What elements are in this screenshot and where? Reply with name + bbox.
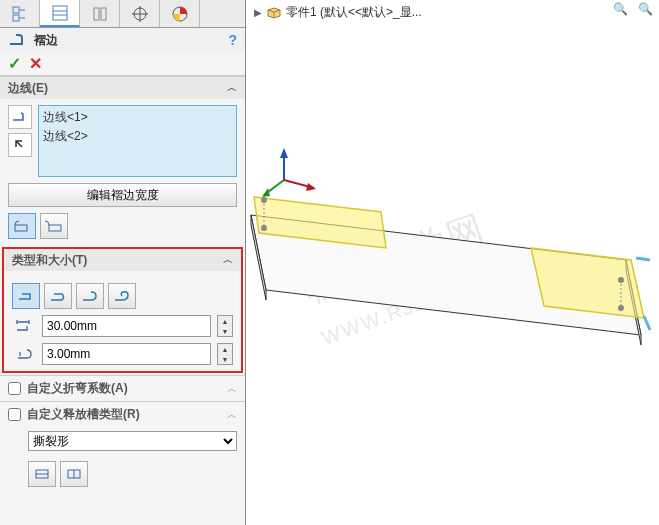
chevron-up-icon: ︿ — [227, 408, 237, 422]
ok-button[interactable]: ✓ — [8, 54, 21, 73]
config-icon — [91, 5, 109, 23]
svg-rect-13 — [15, 225, 27, 231]
property-manager-panel: 褶边 ? ✓ ✕ 边线(E) ︿ 边线<1> 边线<2> 编辑褶边宽度 — [0, 0, 246, 525]
section-bend-allowance: 自定义折弯系数(A) ︿ — [0, 375, 245, 401]
tab-dimxpert[interactable] — [120, 0, 160, 27]
edit-hem-width-button[interactable]: 编辑褶边宽度 — [8, 183, 237, 207]
edge-select-icon[interactable] — [8, 105, 32, 129]
svg-rect-0 — [13, 7, 19, 13]
svg-line-37 — [644, 316, 650, 330]
material-inside-button[interactable] — [8, 213, 36, 239]
svg-point-35 — [618, 305, 624, 311]
bend-allowance-checkbox[interactable] — [8, 382, 21, 395]
relief-type-select[interactable]: 撕裂形 — [28, 431, 237, 451]
section-type-size: 类型和大小(T) ︿ ▲ ▼ ▲ — [2, 247, 243, 373]
length-spinner: ▲ ▼ — [217, 315, 233, 337]
spin-up[interactable]: ▲ — [218, 316, 232, 326]
section-edges-title: 边线(E) — [8, 80, 48, 97]
edge-item[interactable]: 边线<1> — [43, 108, 232, 127]
length-icon — [12, 318, 36, 334]
bend-allowance-label: 自定义折弯系数(A) — [27, 380, 128, 397]
relief-ratio-button[interactable] — [28, 461, 56, 487]
target-icon — [131, 5, 149, 23]
tab-config-manager[interactable] — [80, 0, 120, 27]
spin-down[interactable]: ▼ — [218, 354, 232, 364]
tree-icon — [11, 5, 29, 23]
tab-display-manager[interactable] — [160, 0, 200, 27]
feature-header: 褶边 ? — [0, 28, 245, 52]
chevron-up-icon: ︿ — [227, 382, 237, 396]
spin-up[interactable]: ▲ — [218, 344, 232, 354]
section-edges: 边线(E) ︿ 边线<1> 边线<2> 编辑褶边宽度 — [0, 76, 245, 245]
gap-input[interactable] — [42, 343, 211, 365]
gap-icon — [12, 346, 36, 362]
svg-line-36 — [636, 258, 650, 260]
graphics-viewport[interactable]: 🔍 🔍 ▶ 零件1 (默认<<默认>_显... 软件自学网WWW.RJZXW.C… — [246, 0, 659, 525]
chevron-up-icon: ︿ — [223, 253, 233, 267]
relief-checkbox[interactable] — [8, 408, 21, 421]
section-relief: 自定义释放槽类型(R) ︿ 撕裂形 — [0, 401, 245, 493]
help-button[interactable]: ? — [228, 32, 237, 48]
material-outside-button[interactable] — [40, 213, 68, 239]
reverse-direction-icon[interactable] — [8, 133, 32, 157]
svg-rect-4 — [53, 6, 67, 20]
length-input[interactable] — [42, 315, 211, 337]
feature-title: 褶边 — [34, 32, 58, 49]
manager-tabs — [0, 0, 245, 28]
confirm-actions: ✓ ✕ — [0, 52, 245, 76]
svg-rect-14 — [49, 225, 61, 231]
section-edges-header[interactable]: 边线(E) ︿ — [0, 77, 245, 99]
tab-feature-manager[interactable] — [0, 0, 40, 27]
spin-down[interactable]: ▼ — [218, 326, 232, 336]
hem-type-closed-button[interactable] — [12, 283, 40, 309]
svg-rect-7 — [94, 8, 99, 20]
svg-point-32 — [261, 225, 267, 231]
edge-selection-list[interactable]: 边线<1> 边线<2> — [38, 105, 237, 177]
svg-marker-25 — [280, 148, 288, 158]
svg-point-34 — [618, 277, 624, 283]
svg-marker-27 — [306, 183, 316, 191]
appearance-icon — [171, 5, 189, 23]
property-icon — [51, 4, 69, 22]
svg-marker-29 — [262, 188, 270, 197]
chevron-up-icon: ︿ — [227, 81, 237, 95]
svg-rect-8 — [101, 8, 106, 20]
tab-property-manager[interactable] — [40, 0, 80, 27]
svg-rect-1 — [13, 15, 19, 21]
relief-label: 自定义释放槽类型(R) — [27, 406, 140, 423]
gap-spinner: ▲ ▼ — [217, 343, 233, 365]
relief-depth-button[interactable] — [60, 461, 88, 487]
svg-point-31 — [261, 197, 267, 203]
hem-type-open-button[interactable] — [44, 283, 72, 309]
hem-type-teardrop-button[interactable] — [76, 283, 104, 309]
section-type-size-header[interactable]: 类型和大小(T) ︿ — [4, 249, 241, 271]
cancel-button[interactable]: ✕ — [29, 54, 42, 73]
hem-icon — [8, 32, 28, 48]
model-scene — [246, 0, 659, 525]
section-type-size-title: 类型和大小(T) — [12, 252, 87, 269]
hem-type-rolled-button[interactable] — [108, 283, 136, 309]
edge-item[interactable]: 边线<2> — [43, 127, 232, 146]
